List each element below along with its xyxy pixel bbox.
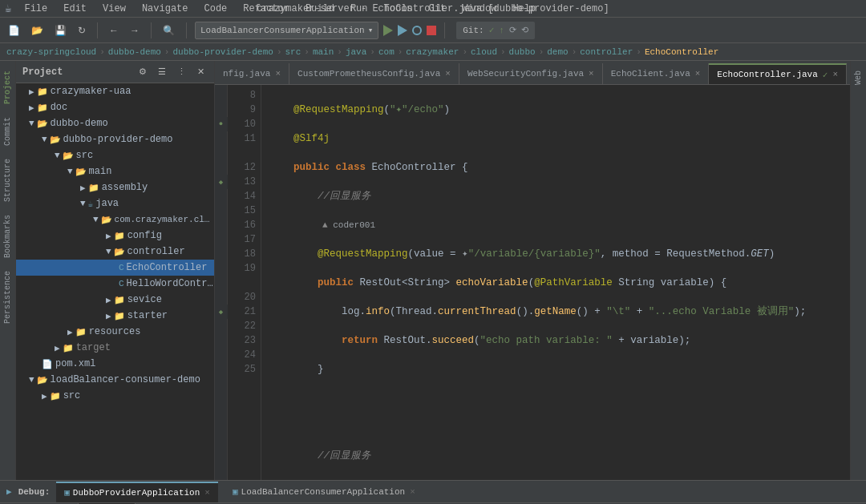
stop-button[interactable] [427,26,436,35]
tree-item-src2[interactable]: ▶📁src [16,388,214,404]
project-collapse-button[interactable]: ☰ [155,65,169,79]
project-settings-button[interactable]: ⚙ [136,65,150,79]
tree-item-helloword-controller[interactable]: CHelloWordController [16,276,214,292]
tab-websecurity[interactable]: WebSecurityConfig.java × [459,63,603,84]
breadcrumb-item-10[interactable]: demo [547,47,568,57]
tree-item-starter[interactable]: ▶📁starter [16,308,214,324]
gutter-17 [215,232,228,247]
tree-item-sevice[interactable]: ▶📁sevice [16,292,214,308]
tab-echocontroller-close[interactable]: × [832,70,838,79]
coverage-icon [412,26,422,35]
gutter-16 [215,218,228,232]
editor-gutter: ● ◆ ◆ [215,85,228,480]
tab-prometheus[interactable]: CustomPrometheusConfig.java × [289,63,459,84]
tree-item-src[interactable]: ▼📂src [16,147,214,163]
open-button[interactable]: 📂 [28,23,47,38]
run-triangle-icon [383,25,393,36]
gutter-20 [215,290,228,304]
tab-echoclient-label: EchoClient.java [611,69,690,79]
new-file-button[interactable]: 📄 [5,23,23,38]
tree-item-loadbalancer-demo[interactable]: ▼📂loadBalancer-consumer-demo [16,372,214,388]
resources-icon: 📁 [75,327,87,337]
tree-item-doc[interactable]: ▶📁doc [16,99,214,115]
menu-code[interactable]: Code [200,3,230,14]
sync-button[interactable]: ↻ [75,23,89,38]
tab-prometheus-close[interactable]: × [445,69,451,79]
tab-websecurity-close[interactable]: × [589,69,594,79]
tree-item-assembly[interactable]: ▶📁assembly [16,179,214,196]
menu-view[interactable]: View [99,3,129,14]
tab-echoclient-close[interactable]: × [695,69,701,79]
back-button[interactable]: ← [106,23,122,38]
breadcrumb-item-12[interactable]: EchoController [645,47,718,57]
debug-button[interactable] [398,25,407,36]
git-indicator: Git: ✓ ↑ ⟳ ⟲ [456,22,535,39]
debug-tab-close-1[interactable]: × [204,488,210,498]
breadcrumb-item-4[interactable]: main [313,47,334,57]
save-button[interactable]: 💾 [51,23,70,38]
tree-item-main[interactable]: ▼📂main [16,163,214,179]
tree-item-java[interactable]: ▼☕java [16,196,214,212]
sidebar-tab-web[interactable]: Web [853,64,864,91]
code-content[interactable]: @RequestMapping("✦"/echo") @Slf4j public… [261,85,850,480]
breadcrumb-item-6[interactable]: com [378,47,395,57]
tree-item-echo-controller[interactable]: CEchoController [16,260,214,276]
tree-item-target[interactable]: ▶📁target [16,340,214,356]
tab-echoclient[interactable]: EchoClient.java × [603,63,710,84]
expand-icon: ▶ [106,311,111,321]
debug-tab-loadbalancer[interactable]: ▣ LoadBalancerConsumerApplication × [225,482,423,502]
expand-icon: ▼ [29,119,34,128]
breadcrumb-item-7[interactable]: crazymaker [406,47,459,57]
project-gear-button[interactable]: ⋮ [174,65,189,79]
breadcrumb-item-1[interactable]: dubbo-demo [108,47,161,57]
coverage-button[interactable] [412,26,422,35]
code-line-12: @RequestMapping(value = ✦"/variable/{var… [269,247,842,261]
run-config-dropdown[interactable]: LoadBalancerConsumerApplication ▾ [195,22,378,39]
tree-item-crazymaker-uaa[interactable]: ▶📁crazymaker-uaa [16,83,214,99]
sidebar-tab-persistence[interactable]: Persistence [2,264,13,330]
tree-item-config[interactable]: ▶📁config [16,228,214,244]
git-history-icon: ⟲ [521,25,528,35]
project-title: Project [22,67,63,78]
method-marker-icon: ◆ [219,178,223,187]
breadcrumb-item-0[interactable]: crazy-springcloud [6,47,96,57]
sidebar-tab-commit[interactable]: Commit [2,111,13,152]
project-close-button[interactable]: ✕ [194,65,208,79]
sidebar-tab-project[interactable]: Project [2,64,13,111]
tab-echocontroller[interactable]: EchoController.java ✓ × [709,63,847,84]
tab-nfig[interactable]: nfig.java × [215,63,289,84]
separator-1 [97,22,98,38]
gutter-15 [215,204,228,218]
tree-item-dubbo-provider-demo[interactable]: ▼📂dubbo-provider-demo [16,131,214,147]
breadcrumb-item-9[interactable]: dubbo [509,47,536,57]
class-marker-icon: ● [219,120,223,128]
tree-item-controller[interactable]: ▼📂controller [16,244,214,260]
menu-file[interactable]: File [21,3,51,14]
run-button[interactable] [383,25,393,36]
tree-item-dubbo-demo[interactable]: ▼📂dubbo-demo [16,115,214,131]
gutter-12 [215,160,228,175]
sidebar-tab-bookmarks[interactable]: Bookmarks [2,208,13,264]
folder-icon: 📂 [101,215,112,225]
tree-item-pom[interactable]: 📄pom.xml [16,356,214,372]
breadcrumb-item-5[interactable]: java [346,47,366,57]
sidebar-tab-structure[interactable]: Structure [2,152,13,208]
gutter-18 [215,247,228,261]
search-button[interactable]: 🔍 [160,23,178,38]
code-editor[interactable]: ● ◆ ◆ [215,85,850,480]
menu-edit[interactable]: Edit [60,3,90,14]
expand-icon: ▼ [106,247,111,256]
tree-item-package[interactable]: ▼📂com.crazymaker.cloud.dubbo.demo [16,212,214,228]
bottom-area: ▶ Debug: ▣ DubboProviderApplication × ▣ … [0,480,866,504]
breadcrumb-item-3[interactable]: src [285,47,301,57]
forward-button[interactable]: → [127,23,143,38]
debug-tab-close-2[interactable]: × [410,487,415,497]
breadcrumb-item-8[interactable]: cloud [471,47,497,57]
breadcrumb-item-2[interactable]: dubbo-provider-demo [172,47,273,57]
breadcrumb-item-11[interactable]: controller [580,47,633,57]
tree-item-resources[interactable]: ▶📁resources [16,324,214,340]
tab-nfig-close[interactable]: × [275,69,281,79]
git-sync-icon: ⟳ [509,25,516,35]
debug-tab-dubbo-provider[interactable]: ▣ DubboProviderApplication × [56,482,218,502]
menu-navigate[interactable]: Navigate [139,3,192,14]
